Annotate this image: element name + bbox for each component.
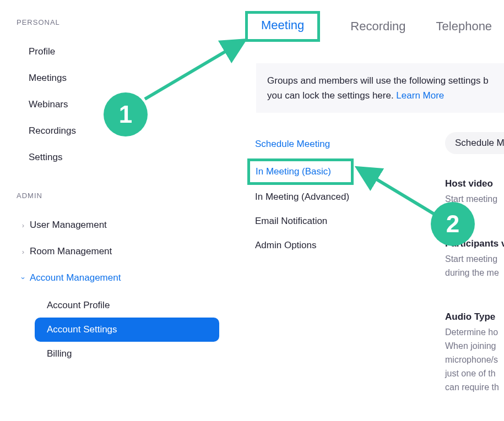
sidebar-item-meetings[interactable]: Meetings — [17, 65, 212, 91]
setting-desc: Determine hoWhen joiningmicrophone/sjust… — [445, 326, 504, 394]
annotation-step-1: 1 — [104, 92, 148, 136]
annotation-highlight-box-1: Meeting — [245, 11, 320, 42]
sidebar-item-label: Account Management — [30, 272, 121, 283]
sidebar-item-label: User Management — [30, 220, 107, 231]
setting-title: Audio Type — [445, 311, 504, 322]
annotation-number: 1 — [119, 101, 132, 128]
sidebar-item-settings[interactable]: Settings — [17, 144, 212, 171]
chevron-right-icon: › — [17, 221, 30, 229]
subnav-schedule-meeting[interactable]: Schedule Meeting — [255, 132, 354, 156]
sidebar-item-room-management[interactable]: › Room Management — [17, 238, 212, 265]
sidebar-item-account-management[interactable]: › Account Management — [17, 265, 212, 291]
main-content: Meeting Recording Telephone — [245, 11, 504, 42]
subnav-admin-options[interactable]: Admin Options — [255, 233, 354, 258]
annotation-number: 2 — [446, 210, 459, 238]
info-banner: Groups and members will use the followin… — [256, 63, 504, 113]
learn-more-link[interactable]: Learn More — [396, 90, 444, 101]
tab-meeting[interactable]: Meeting — [261, 13, 304, 37]
settings-subnav: Schedule Meeting In Meeting (Basic) In M… — [255, 132, 354, 258]
annotation-highlight-box-2: In Meeting (Basic) — [247, 158, 354, 185]
subnav-in-meeting-advanced[interactable]: In Meeting (Advanced) — [255, 185, 354, 209]
settings-tabs: Meeting Recording Telephone — [245, 11, 504, 42]
sidebar-header-personal: PERSONAL — [17, 18, 212, 26]
tab-recording[interactable]: Recording — [350, 14, 405, 39]
banner-text-line2: you can lock the settings here. — [267, 90, 396, 101]
settings-detail: Schedule Me Host video Start meeting Par… — [445, 132, 504, 394]
svg-line-3 — [360, 170, 435, 215]
sidebar-item-profile[interactable]: Profile — [17, 39, 212, 65]
banner-text-line1: Groups and members will use the followin… — [267, 75, 489, 86]
tab-telephone[interactable]: Telephone — [436, 14, 492, 39]
subnav-in-meeting-basic[interactable]: In Meeting (Basic) — [256, 166, 331, 177]
sidebar-subitem-account-profile[interactable]: Account Profile — [35, 293, 212, 318]
sidebar-subitem-account-settings[interactable]: Account Settings — [35, 318, 219, 342]
setting-title: Host video — [445, 178, 504, 189]
section-pill-schedule-meeting: Schedule Me — [445, 132, 504, 154]
setting-audio-type: Audio Type Determine hoWhen joiningmicro… — [445, 311, 504, 394]
sidebar-item-user-management[interactable]: › User Management — [17, 212, 212, 238]
setting-desc: Start meetingduring the me — [445, 253, 504, 280]
sidebar-header-admin: ADMIN — [17, 192, 212, 200]
sidebar-subitem-billing[interactable]: Billing — [35, 342, 212, 366]
subnav-email-notification[interactable]: Email Notification — [255, 209, 354, 233]
sidebar-item-label: Room Management — [30, 246, 112, 257]
sidebar: PERSONAL Profile Meetings Webinars Recor… — [0, 0, 229, 421]
chevron-right-icon: › — [17, 248, 30, 256]
account-management-subitems: Account Profile Account Settings Billing — [17, 293, 212, 366]
chevron-down-icon: › — [19, 271, 28, 285]
annotation-step-2: 2 — [431, 202, 475, 246]
